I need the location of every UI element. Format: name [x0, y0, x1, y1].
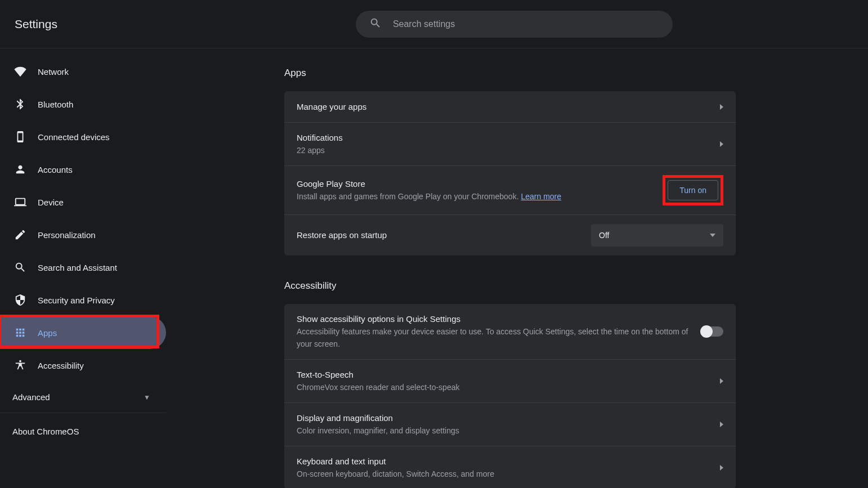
sidebar: Network Bluetooth Connected devices Acco… — [0, 48, 166, 488]
section-title-accessibility: Accessibility — [284, 280, 845, 292]
sidebar-about-chromeos[interactable]: About ChromeOS — [0, 413, 166, 449]
sidebar-item-bluetooth[interactable]: Bluetooth — [0, 88, 166, 120]
accessibility-card: Show accessibility options in Quick Sett… — [284, 304, 736, 488]
row-title: Notifications — [297, 132, 711, 144]
chevron-right-icon — [720, 141, 723, 147]
sidebar-item-label: Search and Assistant — [38, 263, 117, 272]
wifi-icon — [14, 65, 27, 78]
sidebar-item-accessibility[interactable]: Accessibility — [0, 349, 166, 382]
sidebar-item-device[interactable]: Device — [0, 186, 166, 218]
row-subtitle: 22 apps — [297, 144, 711, 156]
chevron-down-icon — [710, 234, 715, 237]
row-title: Manage your apps — [297, 101, 711, 113]
shield-icon — [14, 293, 27, 307]
section-title-apps: Apps — [284, 68, 845, 79]
row-subtitle: Color inversion, magnifier, and display … — [297, 424, 711, 437]
chevron-down-icon: ▼ — [144, 393, 150, 401]
sidebar-item-connected-devices[interactable]: Connected devices — [0, 120, 166, 153]
row-title: Show accessibility options in Quick Sett… — [297, 313, 692, 325]
sidebar-item-accounts[interactable]: Accounts — [0, 153, 166, 186]
sidebar-item-label: Personalization — [38, 230, 96, 240]
apps-grid-icon — [14, 326, 27, 339]
sidebar-item-apps[interactable]: Apps — [0, 316, 166, 349]
row-title: Keyboard and text input — [297, 455, 711, 468]
sidebar-item-label: Accessibility — [38, 361, 84, 370]
row-manage-apps[interactable]: Manage your apps — [284, 91, 736, 123]
sidebar-item-label: Apps — [38, 328, 57, 338]
sidebar-item-label: Network — [38, 67, 69, 77]
sidebar-item-label: Connected devices — [38, 132, 110, 142]
search-input[interactable] — [393, 19, 664, 29]
sidebar-item-security-privacy[interactable]: Security and Privacy — [0, 284, 166, 316]
sidebar-item-label: Bluetooth — [38, 100, 73, 109]
quick-settings-toggle[interactable] — [701, 326, 723, 337]
sidebar-item-network[interactable]: Network — [0, 55, 166, 88]
row-subtitle: ChromeVox screen reader and select-to-sp… — [297, 381, 711, 393]
sidebar-item-label: Accounts — [38, 165, 73, 174]
row-subtitle: Install apps and games from Google Play … — [297, 190, 654, 203]
phone-icon — [14, 130, 27, 144]
chevron-right-icon — [720, 104, 723, 110]
sidebar-item-label: Device — [38, 198, 64, 207]
learn-more-link[interactable]: Learn more — [521, 192, 561, 201]
header: Settings — [0, 0, 868, 48]
row-subtitle: On-screen keyboard, dictation, Switch Ac… — [297, 468, 711, 480]
bluetooth-icon — [14, 97, 27, 111]
play-sub-text: Install apps and games from Google Play … — [297, 192, 521, 201]
row-keyboard-text-input[interactable]: Keyboard and text input On-screen keyboa… — [284, 446, 736, 488]
row-notifications[interactable]: Notifications 22 apps — [284, 123, 736, 166]
laptop-icon — [14, 195, 27, 209]
row-title: Google Play Store — [297, 178, 654, 190]
row-restore-apps: Restore apps on startup Off — [284, 215, 736, 256]
accessibility-icon — [14, 359, 27, 372]
sidebar-item-search-assistant[interactable]: Search and Assistant — [0, 251, 166, 284]
about-label: About ChromeOS — [12, 427, 79, 436]
main-content: Apps Manage your apps Notifications 22 a… — [166, 48, 868, 488]
row-google-play-store: Google Play Store Install apps and games… — [284, 166, 736, 215]
sidebar-advanced-toggle[interactable]: Advanced ▼ — [0, 382, 166, 413]
person-icon — [14, 163, 27, 176]
chevron-right-icon — [720, 422, 723, 427]
turn-on-button[interactable]: Turn on — [668, 180, 718, 200]
sidebar-item-label: Security and Privacy — [38, 296, 115, 305]
advanced-label: Advanced — [12, 392, 50, 402]
restore-apps-select[interactable]: Off — [591, 224, 723, 247]
search-icon — [14, 261, 27, 274]
search-box[interactable] — [356, 11, 673, 38]
apps-card: Manage your apps Notifications 22 apps G… — [284, 91, 736, 256]
search-icon — [369, 17, 382, 32]
select-value: Off — [599, 231, 609, 240]
sidebar-item-personalization[interactable]: Personalization — [0, 218, 166, 251]
row-text-to-speech[interactable]: Text-to-Speech ChromeVox screen reader a… — [284, 360, 736, 403]
edit-icon — [14, 228, 27, 241]
page-title: Settings — [15, 17, 57, 31]
chevron-right-icon — [720, 465, 723, 471]
row-title: Restore apps on startup — [297, 229, 582, 241]
chevron-right-icon — [720, 378, 723, 384]
row-title: Display and magnification — [297, 412, 711, 424]
row-title: Text-to-Speech — [297, 369, 711, 381]
row-subtitle: Accessibility features make your device … — [297, 325, 692, 350]
highlight-frame: Turn on — [663, 175, 723, 205]
row-display-magnification[interactable]: Display and magnification Color inversio… — [284, 403, 736, 446]
row-quick-settings-access: Show accessibility options in Quick Sett… — [284, 304, 736, 360]
